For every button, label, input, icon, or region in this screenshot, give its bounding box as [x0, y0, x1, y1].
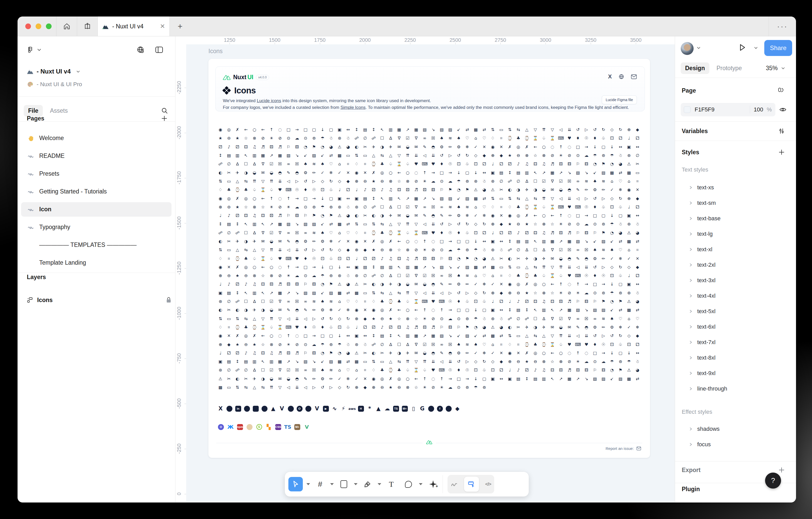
page-color-row[interactable]: F1F5F9 100 %	[681, 103, 775, 116]
frame-tool-button[interactable]: #	[314, 480, 326, 489]
annotate-tool-button[interactable]	[451, 481, 458, 487]
page-theme-icon[interactable]	[778, 87, 784, 94]
library-button[interactable]	[77, 17, 97, 36]
help-button[interactable]: ?	[765, 472, 781, 489]
sidebar-page-item-templates[interactable]: ————— TEMPLATES —————	[18, 236, 175, 254]
avatar[interactable]	[681, 42, 694, 55]
opacity-value[interactable]: 100	[750, 106, 766, 113]
present-play-icon[interactable]	[739, 44, 746, 51]
chevron-right-icon[interactable]	[689, 186, 693, 189]
mail-icon[interactable]	[631, 74, 637, 79]
zoom-window-button[interactable]	[46, 24, 52, 29]
mail-icon[interactable]	[636, 446, 641, 451]
text-style-text-lg[interactable]: text-lg	[675, 226, 796, 242]
sliders-icon[interactable]	[778, 128, 785, 135]
sidebar-page-item-icon[interactable]: Icon	[18, 200, 175, 218]
chevron-right-icon[interactable]	[689, 310, 693, 313]
lucide-icons-link[interactable]: Lucide icons	[257, 98, 281, 103]
move-tool-chevron-icon[interactable]	[307, 483, 310, 485]
color-hex-value[interactable]: F1F5F9	[695, 106, 750, 113]
text-tool-button[interactable]: T	[385, 480, 398, 489]
sidebar-page-item-presets[interactable]: Presets	[18, 165, 175, 183]
text-style-text-2xl[interactable]: text-2xl	[675, 257, 796, 273]
sidebar-page-item-getting-started-tutorials[interactable]: Getting Started - Tutorials	[18, 183, 175, 200]
present-chevron-icon[interactable]	[754, 47, 758, 49]
sidebar-page-item-readme[interactable]: README	[18, 147, 175, 165]
chevron-right-icon[interactable]	[689, 201, 693, 205]
shape-tool-chevron-icon[interactable]	[354, 483, 357, 485]
chevron-down-icon[interactable]	[37, 49, 41, 51]
close-window-button[interactable]	[25, 24, 31, 29]
text-style-text-xs[interactable]: text-xs	[675, 180, 796, 195]
text-style-text-sm[interactable]: text-sm	[675, 195, 796, 211]
text-style-text-base[interactable]: text-base	[675, 211, 796, 226]
share-button[interactable]: Share	[764, 40, 792, 56]
chevron-right-icon[interactable]	[689, 263, 693, 267]
sidebar-page-item-template-landing[interactable]: Template Landing	[18, 254, 175, 271]
chevron-right-icon[interactable]	[689, 341, 693, 344]
chevron-right-icon[interactable]	[689, 387, 693, 391]
dev-mode-button[interactable]: </>	[485, 482, 491, 487]
zoom-level[interactable]: 35%	[766, 65, 778, 72]
frame-label[interactable]: Icons	[208, 48, 223, 55]
icons-frame[interactable]: Nuxt UI v4.0.0 X Icons We've integr	[208, 59, 650, 458]
globe-icon[interactable]	[618, 74, 624, 80]
tab-design[interactable]: Design	[681, 62, 709, 74]
shape-tool-button[interactable]	[338, 480, 350, 488]
home-button[interactable]	[56, 17, 77, 36]
comment-tool-button[interactable]	[401, 481, 415, 488]
x-social-icon[interactable]: X	[608, 73, 612, 80]
comment-tool-chevron-icon[interactable]	[419, 483, 423, 485]
new-tab-button[interactable]: +	[169, 17, 191, 36]
toggle-sidebar-button[interactable]	[155, 47, 163, 53]
effect-style-focus[interactable]: focus	[675, 437, 796, 452]
live-status-button[interactable]	[137, 46, 144, 54]
chevron-right-icon[interactable]	[689, 371, 693, 375]
window-more-menu-button[interactable]: ···	[768, 17, 796, 36]
simple-icons-link[interactable]: Simple Icons	[341, 105, 366, 110]
pen-tool-chevron-icon[interactable]	[378, 483, 381, 485]
canvas[interactable]: 1250150017502000225025002750300032503500…	[175, 36, 675, 502]
chevron-right-icon[interactable]	[689, 279, 693, 282]
move-tool-button[interactable]	[288, 477, 303, 491]
figma-main-menu-button[interactable]	[27, 47, 33, 53]
text-style-text-4xl[interactable]: text-4xl	[675, 288, 796, 304]
sidebar-page-item-typography[interactable]: Typography	[18, 218, 175, 236]
chevron-down-icon[interactable]	[76, 70, 80, 73]
lock-icon[interactable]	[166, 297, 171, 303]
chevron-right-icon[interactable]	[689, 427, 693, 431]
measure-tool-button[interactable]	[464, 477, 479, 492]
file-tab[interactable]: - Nuxt UI v4 ✕	[97, 17, 169, 36]
text-style-line-through[interactable]: line-through	[675, 381, 796, 397]
tab-prototype[interactable]: Prototype	[717, 65, 742, 72]
close-tab-icon[interactable]: ✕	[160, 23, 165, 29]
layer-row-icons[interactable]: Icons	[27, 293, 171, 307]
text-style-text-3xl[interactable]: text-3xl	[675, 273, 796, 288]
text-style-text-5xl[interactable]: text-5xl	[675, 304, 796, 319]
text-style-text-9xl[interactable]: text-9xl	[675, 366, 796, 381]
add-export-plus-icon[interactable]	[778, 467, 785, 473]
color-swatch[interactable]	[684, 106, 691, 113]
text-style-text-7xl[interactable]: text-7xl	[675, 335, 796, 350]
file-title-row[interactable]: - Nuxt UI v4	[27, 65, 80, 78]
chevron-right-icon[interactable]	[689, 217, 693, 220]
minimize-window-button[interactable]	[36, 24, 41, 29]
add-style-plus-icon[interactable]	[778, 149, 785, 155]
chevron-right-icon[interactable]	[689, 325, 693, 328]
frame-tool-chevron-icon[interactable]	[330, 483, 334, 485]
eye-icon[interactable]	[779, 107, 786, 112]
sidebar-page-item-welcome[interactable]: Welcome	[18, 129, 175, 147]
tab-assets[interactable]: Assets	[50, 107, 68, 114]
zoom-chevron-icon[interactable]	[781, 67, 785, 69]
add-page-button[interactable]	[161, 115, 168, 122]
pen-tool-button[interactable]	[361, 481, 374, 488]
effect-style-shadows[interactable]: shadows	[675, 421, 796, 437]
avatar-chevron-icon[interactable]	[697, 47, 701, 49]
text-style-text-6xl[interactable]: text-6xl	[675, 319, 796, 335]
chevron-right-icon[interactable]	[689, 443, 693, 446]
chevron-right-icon[interactable]	[689, 248, 693, 251]
chevron-right-icon[interactable]	[689, 294, 693, 298]
actions-button[interactable]: +	[426, 480, 440, 488]
chevron-right-icon[interactable]	[689, 356, 693, 359]
chevron-right-icon[interactable]	[689, 232, 693, 236]
